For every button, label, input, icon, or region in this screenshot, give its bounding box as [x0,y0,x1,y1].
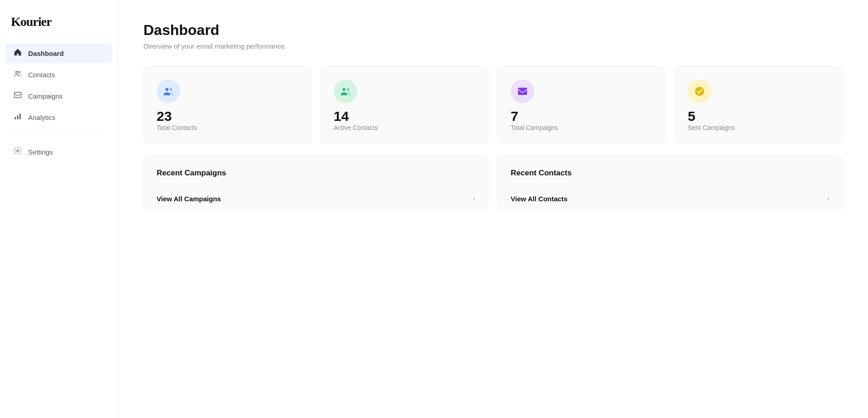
brand-name: Kourier [11,15,51,29]
stat-card-active-contacts: 14 Active Contacts [321,66,488,143]
nav-separator [13,134,105,135]
svg-rect-5 [20,114,21,119]
sidebar-item-dashboard-label: Dashboard [28,50,64,57]
total-campaigns-icon [517,86,528,97]
view-all-campaigns-arrow-icon: › [473,194,475,203]
sidebar-item-contacts[interactable]: Contacts [5,65,112,85]
stats-grid: 23 Total Contacts 14 Active Contacts [143,66,843,143]
stat-value-active-contacts: 14 Active Contacts [334,109,475,131]
campaigns-icon [13,91,23,101]
sidebar-item-settings-label: Settings [28,148,53,156]
settings-icon [13,147,23,157]
svg-point-0 [16,71,18,74]
page-subtitle: Overview of your email marketing perform… [143,42,843,50]
active-contacts-icon [340,85,351,97]
sidebar-item-contacts-label: Contacts [28,71,55,79]
recent-campaigns-panel: Recent Campaigns View All Campaigns › [143,155,488,210]
view-all-campaigns-row[interactable]: View All Campaigns › [157,187,475,210]
svg-point-1 [19,71,20,73]
stat-value-total-campaigns: 7 Total Campaigns [511,109,652,131]
svg-point-10 [347,88,349,90]
stat-card-sent-campaigns: 5 Sent Campaigns [675,66,843,143]
sidebar: Kourier Dashboard Contacts [0,0,118,418]
recent-contacts-panel: Recent Contacts View All Contacts › [498,155,843,210]
panels-grid: Recent Campaigns View All Campaigns › Re… [143,155,843,210]
svg-point-9 [343,88,346,91]
svg-rect-11 [518,88,527,95]
view-all-campaigns-label: View All Campaigns [157,195,221,203]
svg-point-7 [166,88,169,91]
stat-card-total-campaigns: 7 Total Campaigns [498,66,666,143]
view-all-contacts-arrow-icon: › [827,194,829,203]
sidebar-item-campaigns[interactable]: Campaigns [5,86,112,106]
analytics-icon [13,112,23,123]
sidebar-item-analytics[interactable]: Analytics [5,108,112,127]
stat-card-total-contacts: 23 Total Contacts [143,66,311,143]
total-contacts-icon-wrapper [157,80,180,103]
nav-menu: Dashboard Contacts Campaigns [0,44,118,162]
active-contacts-icon-wrapper [334,80,357,103]
logo: Kourier [0,11,118,44]
view-all-contacts-label: View All Contacts [511,195,567,203]
sidebar-item-dashboard[interactable]: Dashboard [5,44,112,63]
contacts-icon [13,70,23,80]
sidebar-item-campaigns-label: Campaigns [28,92,63,100]
svg-rect-3 [15,117,16,119]
svg-rect-4 [17,115,19,119]
svg-point-12 [695,87,704,96]
total-campaigns-icon-wrapper [511,80,534,103]
view-all-contacts-row[interactable]: View All Contacts › [511,187,829,210]
sent-campaigns-icon [694,86,705,97]
sidebar-item-analytics-label: Analytics [28,114,55,121]
total-contacts-icon [163,85,174,97]
stat-value-sent-campaigns: 5 Sent Campaigns [688,109,829,131]
recent-campaigns-title: Recent Campaigns [157,169,475,178]
sent-campaigns-icon-wrapper [688,80,711,103]
sidebar-item-settings[interactable]: Settings [5,142,112,162]
recent-contacts-title: Recent Contacts [511,169,829,178]
svg-rect-2 [15,92,21,98]
page-title: Dashboard [143,22,843,39]
stat-value-total-contacts: 23 Total Contacts [157,109,298,131]
svg-point-8 [170,88,172,90]
main-content: Dashboard Overview of your email marketi… [118,0,868,418]
svg-point-6 [17,150,19,152]
home-icon [13,48,23,59]
